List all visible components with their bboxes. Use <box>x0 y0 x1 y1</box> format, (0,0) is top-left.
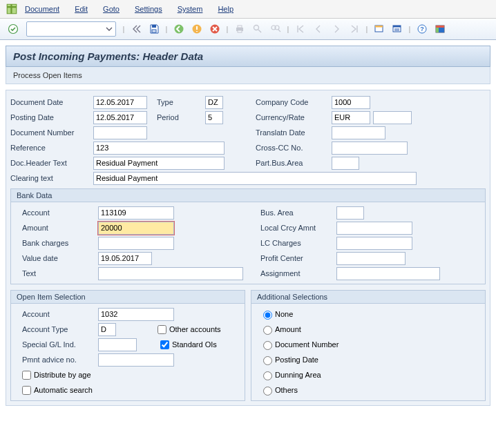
company-code-field[interactable] <box>332 96 370 109</box>
menu-goto[interactable]: Goto <box>103 5 120 13</box>
part-bus-area-label: Part.Bus.Area <box>256 159 332 167</box>
svg-rect-20 <box>436 28 439 32</box>
svg-rect-2 <box>152 30 156 32</box>
bank-data-title: Bank Data <box>11 189 485 202</box>
oi-account-field[interactable] <box>98 308 174 321</box>
sub-title[interactable]: Process Open Items <box>6 67 490 84</box>
standard-ois-checkbox[interactable]: Standard OIs <box>158 338 217 351</box>
last-page-icon <box>347 21 362 37</box>
svg-point-9 <box>254 26 259 30</box>
first-page-icon <box>293 21 308 37</box>
bank-charges-label: Bank charges <box>15 239 98 247</box>
part-bus-area-field[interactable] <box>332 157 359 170</box>
reference-field[interactable] <box>93 142 225 155</box>
bank-account-field[interactable] <box>98 206 174 220</box>
form-area: Document Date Type Posting Date Period D… <box>6 90 490 406</box>
menu-settings[interactable]: Settings <box>135 5 162 13</box>
oi-account-type-field[interactable] <box>98 323 116 336</box>
radio-document-number[interactable]: Document Number <box>256 337 481 352</box>
doc-header-text-field[interactable] <box>93 157 225 170</box>
amount-label: Amount <box>15 224 98 232</box>
find-next-icon <box>268 21 283 37</box>
menu-system[interactable]: System <box>178 5 203 13</box>
assignment-field[interactable] <box>336 267 440 280</box>
menu-bar: Document Edit Goto Settings System Help <box>0 0 496 19</box>
layout-icon[interactable] <box>432 21 448 37</box>
cancel-icon[interactable] <box>207 21 222 37</box>
accept-icon[interactable] <box>6 21 21 37</box>
lc-charges-field[interactable] <box>336 237 412 250</box>
amount-field[interactable] <box>98 222 174 235</box>
value-date-field[interactable] <box>98 252 152 265</box>
toolbar-separator: | <box>408 21 412 37</box>
bank-charges-field[interactable] <box>98 237 174 250</box>
bus-area-field[interactable] <box>336 206 364 220</box>
toolbar-separator: | <box>164 21 169 37</box>
document-date-label: Document Date <box>10 98 93 106</box>
toolbar: | | | | | | ? <box>0 19 496 40</box>
currency-rate-label: Currency/Rate <box>256 113 332 121</box>
clearing-text-label: Clearing text <box>10 174 93 182</box>
type-field[interactable] <box>205 96 223 109</box>
pmnt-advice-field[interactable] <box>98 353 174 367</box>
svg-rect-21 <box>439 28 444 32</box>
local-crcy-amnt-label: Local Crcy Amnt <box>260 224 336 232</box>
value-date-label: Value date <box>15 254 98 262</box>
profit-center-field[interactable] <box>336 252 406 265</box>
open-item-selection-title: Open Item Selection <box>11 291 245 304</box>
radio-others[interactable]: Others <box>256 382 481 398</box>
period-label: Period <box>157 113 205 121</box>
radio-amount[interactable]: Amount <box>256 322 481 337</box>
document-number-field[interactable] <box>93 126 147 139</box>
menu-edit[interactable]: Edit <box>75 5 88 13</box>
rate-field[interactable] <box>373 111 412 124</box>
posting-date-field[interactable] <box>93 111 147 124</box>
menu-help[interactable]: Help <box>218 5 233 13</box>
new-session-icon[interactable] <box>372 21 387 37</box>
distribute-by-age-checkbox[interactable]: Distribute by age <box>15 367 240 382</box>
session-list-icon[interactable] <box>390 21 405 37</box>
type-label: Type <box>157 98 205 106</box>
command-field[interactable] <box>26 21 116 37</box>
bank-text-label: Text <box>15 269 98 277</box>
additional-selections-title: Additional Selections <box>251 291 485 304</box>
find-icon <box>250 21 265 37</box>
save-icon[interactable] <box>146 21 162 37</box>
translatn-date-field[interactable] <box>332 126 385 139</box>
menu-document[interactable]: Document <box>25 5 59 13</box>
doc-header-text-label: Doc.Header Text <box>10 159 93 167</box>
left-arrow-icon[interactable] <box>128 21 144 37</box>
print-icon <box>232 21 247 37</box>
help-icon[interactable]: ? <box>414 21 430 37</box>
assignment-label: Assignment <box>260 269 336 277</box>
radio-dunning-area[interactable]: Dunning Area <box>256 367 481 382</box>
toolbar-separator: | <box>286 21 290 37</box>
cross-cc-no-field[interactable] <box>332 142 408 155</box>
radio-none[interactable]: None <box>256 306 481 322</box>
open-item-selection-group: Open Item Selection Account Account Type… <box>10 290 245 401</box>
reference-label: Reference <box>10 144 93 152</box>
special-gl-field[interactable] <box>98 338 137 351</box>
special-gl-label: Special G/L Ind. <box>15 340 98 349</box>
clearing-text-field[interactable] <box>93 172 417 185</box>
back-icon[interactable] <box>171 21 187 37</box>
bank-account-label: Account <box>15 208 98 217</box>
svg-rect-8 <box>238 30 242 32</box>
svg-rect-7 <box>238 26 242 28</box>
other-accounts-checkbox[interactable]: Other accounts <box>155 323 221 336</box>
period-field[interactable] <box>205 111 223 124</box>
svg-point-3 <box>175 25 184 34</box>
currency-field[interactable] <box>332 111 370 124</box>
toolbar-separator: | <box>225 21 229 37</box>
document-date-field[interactable] <box>93 96 147 109</box>
bank-text-field[interactable] <box>98 267 243 280</box>
next-page-icon <box>329 21 344 37</box>
exit-icon[interactable] <box>189 21 204 37</box>
automatic-search-checkbox[interactable]: Automatic search <box>15 382 240 398</box>
cross-cc-no-label: Cross-CC No. <box>256 144 332 152</box>
radio-posting-date[interactable]: Posting Date <box>256 352 481 367</box>
local-crcy-amnt-field[interactable] <box>336 222 412 235</box>
toolbar-separator: | <box>365 21 369 37</box>
oi-account-label: Account <box>15 310 98 318</box>
posting-date-label: Posting Date <box>10 113 93 121</box>
